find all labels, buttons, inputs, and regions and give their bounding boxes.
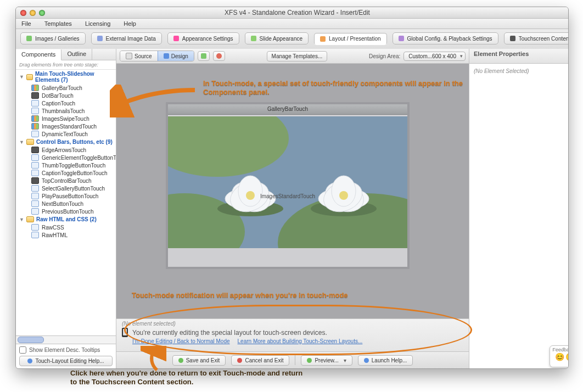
tab-components[interactable]: Components [16, 49, 61, 60]
canvas[interactable]: GalleryBarTouch [116, 64, 469, 318]
properties-title: Element Properties [469, 49, 568, 64]
tree-item[interactable]: EdgeArrowsTouch [16, 146, 116, 154]
window-controls [20, 10, 45, 16]
tree-item[interactable]: ThumbToggleButtonTouch [16, 161, 116, 169]
feedback-faces-icon: 😊😐 [550, 352, 569, 361]
feedback-widget[interactable]: Feedback... 😊😐 [550, 345, 569, 367]
folder-icon [26, 139, 34, 145]
tree-item[interactable]: ThumbnailsTouch [16, 107, 116, 115]
tree-item-label: ImagesStandardTouch [42, 124, 97, 130]
tree-item[interactable]: SelectGalleryButtonTouch [16, 184, 116, 192]
gallery-bar-component[interactable]: GalleryBarTouch [168, 104, 407, 115]
component-icon [31, 92, 39, 99]
left-bottom: Show Element Desc. Tooltips Touch-Layout… [16, 344, 116, 368]
cancel-and-exit-button[interactable]: Cancel and Exit [231, 355, 289, 366]
folder-icon [26, 216, 34, 222]
tree-item[interactable]: NextButtonTouch [16, 200, 116, 208]
tree-item-label: DotBarTouch [42, 93, 74, 99]
touch-layout-help-label: Touch-Layout Editing Help... [35, 358, 104, 364]
learn-more-link[interactable]: Learn More about Building Touch-Screen L… [238, 338, 363, 344]
tree-group[interactable]: ▼Raw HTML and CSS (2) [16, 215, 116, 223]
source-design-segment: Source Design [120, 51, 194, 61]
tree-item[interactable]: RawCSS [16, 223, 116, 231]
component-icon [31, 224, 39, 231]
zoom-icon[interactable] [39, 10, 45, 16]
tree-group[interactable]: ▼Main Touch-Slideshow Elements (7) [16, 70, 116, 84]
tree-group[interactable]: ▼Control Bars, Buttons, etc (9) [16, 138, 116, 146]
touch-layout-help-button[interactable]: Touch-Layout Editing Help... [19, 356, 113, 366]
preview-button[interactable]: Preview...▾ [301, 355, 352, 366]
tab-outline[interactable]: Outline [61, 49, 92, 60]
section-tab-label: Slide Appearance [260, 36, 302, 42]
show-tooltips-checkbox[interactable]: Show Element Desc. Tooltips [19, 346, 113, 354]
tree-item-label: ThumbnailsTouch [42, 108, 85, 114]
twisty-icon: ▼ [19, 139, 24, 145]
section-tab-icon [320, 36, 326, 42]
section-tab-3[interactable]: Slide Appearance [245, 32, 309, 44]
section-tab-2[interactable]: Appearance Settings [167, 32, 239, 44]
component-icon [31, 147, 39, 153]
section-tab-label: Images / Galleries [35, 36, 80, 42]
tree-item[interactable]: GenericElementToggleButtonTouch [16, 154, 116, 161]
section-tab-label: Layout / Presentation [329, 36, 381, 42]
menu-templates[interactable]: Templates [42, 19, 74, 28]
twisty-icon: ▼ [19, 74, 24, 80]
section-tab-1[interactable]: External Image Data [91, 32, 162, 44]
tree-item[interactable]: DotBarTouch [16, 92, 116, 99]
design-area-select[interactable]: Custom...600 x 400 [403, 52, 466, 61]
section-tab-0[interactable]: Images / Galleries [20, 32, 86, 44]
tree-group-label: Control Bars, Buttons, etc (9) [36, 139, 113, 145]
design-surface[interactable]: GalleryBarTouch [166, 102, 410, 269]
tree-item[interactable]: PreviousButtonTouch [16, 208, 116, 215]
section-tab-6[interactable]: Touchscreen Content [504, 32, 569, 44]
component-icon [31, 108, 39, 114]
tree-item[interactable]: CaptionTouch [16, 99, 116, 107]
save-and-exit-button[interactable]: Save and Exit [172, 355, 226, 366]
tree-item[interactable]: ImagesStandardTouch [16, 122, 116, 130]
tree-item[interactable]: CaptionToggleButtonTouch [16, 169, 116, 177]
refresh-icon [201, 53, 206, 59]
minimize-icon[interactable] [30, 10, 36, 16]
tree-item[interactable]: RawHTML [16, 231, 116, 239]
tree-item[interactable]: ImagesSwipeTouch [16, 115, 116, 122]
menu-licensing[interactable]: Licensing [83, 19, 113, 28]
component-icon [31, 177, 39, 184]
source-icon [126, 53, 132, 59]
section-tab-5[interactable]: Global Config. & Playback Settings [393, 32, 498, 44]
section-tab-label: Touchscreen Content [519, 36, 569, 42]
menu-help[interactable]: Help [121, 19, 138, 28]
back-to-normal-link[interactable]: I'm Done Editing / Back to Normal Mode [132, 338, 230, 344]
annotation-bottom: Click here when you're done to return to… [70, 369, 306, 387]
menu-file[interactable]: File [19, 19, 33, 28]
design-toolbar: Source Design Manage Templates... Design… [116, 49, 469, 64]
left-tabs: Components Outline [16, 49, 116, 60]
tree-item[interactable]: GalleryBarTouch [16, 84, 116, 92]
launch-help-button[interactable]: Launch Help... [358, 355, 413, 366]
section-tab-4[interactable]: Layout / Presentation [314, 33, 387, 45]
component-icon [31, 100, 39, 107]
separator [295, 355, 295, 365]
component-icon [31, 208, 39, 215]
images-standard-component[interactable]: ImagesStandardTouch [168, 116, 407, 248]
properties-panel: Element Properties (No Element Selected) [469, 49, 568, 368]
tree-item[interactable]: DynamicTextTouch [16, 130, 116, 138]
reset-button[interactable] [213, 51, 225, 61]
component-icon [31, 200, 39, 207]
show-tooltips-input[interactable] [19, 346, 26, 354]
cancel-label: Cancel and Exit [245, 357, 283, 363]
tree-item-label: GenericElementToggleButtonTouch [42, 155, 116, 161]
tree-item[interactable]: PlayPauseButtonTouch [16, 192, 116, 200]
manage-templates-button[interactable]: Manage Templates... [267, 51, 328, 61]
source-label: Source [134, 53, 152, 59]
folder-icon [26, 74, 33, 80]
annotation-mid: Touch-mode notification will appear when… [132, 291, 417, 300]
tree-group-label: Raw HTML and CSS (2) [36, 216, 97, 222]
tree-scrollbar[interactable] [16, 335, 116, 344]
design-button[interactable]: Design [158, 51, 194, 61]
tree-item-label: TopControlBarTouch [42, 178, 92, 184]
refresh-button[interactable] [198, 51, 210, 61]
source-button[interactable]: Source [120, 51, 158, 61]
tree-item[interactable]: TopControlBarTouch [16, 177, 116, 184]
close-icon[interactable] [20, 10, 26, 16]
tree-item-label: SelectGalleryButtonTouch [42, 186, 105, 192]
